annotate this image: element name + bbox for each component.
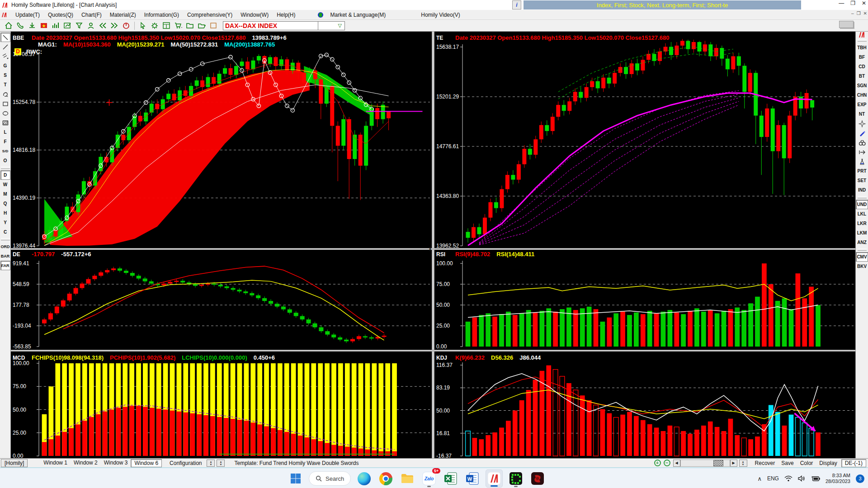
right-tool-cd[interactable]: CD	[856, 62, 868, 71]
gear-button[interactable]	[149, 21, 160, 31]
speaker-icon[interactable]	[798, 475, 806, 482]
excel-app[interactable]	[442, 469, 459, 488]
menu-item-homily-video[interactable]: Homily Video(V)	[417, 12, 464, 18]
spinner-3[interactable]: ▲▼	[739, 460, 747, 467]
chart-panel-mcd[interactable]: 100.0075.0050.0025.000.00FCHIPS(10)98.09…	[11, 353, 432, 458]
forward-button[interactable]	[109, 21, 120, 31]
menu-item-market-language[interactable]: Market & Language(M)	[326, 12, 390, 18]
period-q[interactable]: Q	[0, 199, 10, 208]
close-button[interactable]: ✕	[862, 0, 866, 6]
restore-button[interactable]: ❐	[850, 0, 855, 6]
scroll-left-button[interactable]: ◀	[673, 460, 680, 467]
minimize-button[interactable]: —	[839, 0, 844, 6]
homily-app[interactable]	[486, 469, 503, 488]
rect-tool[interactable]	[0, 99, 10, 108]
window-tab-window6[interactable]: Window 6	[131, 459, 162, 467]
spinner-1[interactable]: ▲▼	[207, 460, 215, 467]
scrollbar-thumb[interactable]	[713, 460, 723, 466]
power-button[interactable]	[121, 21, 132, 31]
period-y[interactable]: Y	[0, 218, 10, 227]
menu-item-helph[interactable]: Help(H)	[273, 12, 299, 18]
chart-panel-bbe[interactable]: 15706.3715254.7814816.1814390.1913976.44…	[11, 33, 432, 248]
tool-sd[interactable]: S/D	[0, 146, 10, 156]
tool-t[interactable]: T	[0, 80, 10, 89]
period-w[interactable]: W	[0, 180, 10, 189]
chart-panel-te[interactable]: 15638.1715201.2914776.6114363.8013962.52…	[434, 33, 855, 248]
language-indicator[interactable]: ENG	[767, 475, 779, 482]
menu-item-comprehensivey[interactable]: Comprehensive(Y)	[183, 12, 236, 18]
right-tool-sgn[interactable]: SGN	[856, 81, 868, 90]
connect-button[interactable]	[15, 21, 26, 31]
window-tab-window3[interactable]: Window 3	[101, 459, 131, 467]
stamp-tool[interactable]	[0, 89, 10, 99]
notification-badge[interactable]: 3	[856, 474, 864, 483]
right-tool-bf[interactable]: BF	[856, 52, 868, 62]
configuration-button[interactable]: Configuration	[166, 460, 205, 467]
grid-window-button[interactable]	[161, 21, 172, 31]
cart-button[interactable]	[173, 21, 184, 31]
rewind-button[interactable]	[97, 21, 108, 31]
spinner-2[interactable]: ▲▼	[217, 460, 225, 467]
pointer-button[interactable]	[137, 21, 148, 31]
tool-g[interactable]: G	[0, 61, 10, 70]
right-tool-lkm[interactable]: LKM	[856, 228, 868, 238]
goto-button[interactable]	[856, 147, 868, 157]
taskbar-search[interactable]: Search	[309, 471, 351, 486]
tray-chevron-icon[interactable]: ∧	[757, 475, 762, 482]
filter-button[interactable]	[74, 21, 85, 31]
binoculars-button[interactable]	[856, 138, 868, 147]
period-m[interactable]: M	[0, 189, 10, 199]
scroll-right-button[interactable]: ▶	[730, 460, 737, 467]
folder-open-button[interactable]	[196, 21, 207, 31]
tool-s[interactable]: S	[0, 70, 10, 80]
chart-panel-kdj[interactable]: 116.3783.1950.0016.81-16.37K(9)66.232D56…	[434, 353, 855, 458]
menu-item-materialz[interactable]: Material(Z)	[106, 12, 140, 18]
mode-far[interactable]: FAR	[0, 261, 10, 270]
menu-item-quotesq[interactable]: Quotes(Q)	[44, 12, 77, 18]
right-tool-und[interactable]: UND	[856, 200, 868, 209]
color-button[interactable]: Color	[797, 460, 816, 467]
right-tool-anz[interactable]: ANZ	[856, 238, 868, 247]
mode-box[interactable]: DE-(-1)	[841, 459, 866, 467]
right-tool-cmv[interactable]: CMV	[856, 252, 868, 262]
mode-ord[interactable]: ORD	[0, 242, 10, 251]
right-tool-nt[interactable]: NT	[856, 109, 868, 119]
symbol-dropdown[interactable]: ▽	[318, 21, 345, 30]
horizontal-splitter-1[interactable]	[11, 248, 855, 250]
right-tool-exp[interactable]: EXP	[856, 100, 868, 109]
window-tab-window1[interactable]: Window 1	[40, 459, 71, 467]
trendline-down-tool[interactable]	[0, 33, 10, 42]
volume-chart-button[interactable]	[50, 21, 61, 31]
zalo-app[interactable]: Zalo5+	[420, 469, 438, 488]
save-button[interactable]: Save	[778, 460, 797, 467]
download-button[interactable]	[27, 21, 38, 31]
right-tool-prt[interactable]: PRT	[856, 166, 868, 176]
right-tool-chn[interactable]: CHN	[856, 90, 868, 100]
mdi-close-button[interactable]: ✕	[863, 11, 867, 16]
right-tool-set[interactable]: SET	[856, 176, 868, 185]
menu-item-chartf[interactable]: Chart(F)	[77, 12, 106, 18]
period-h[interactable]: H	[0, 208, 10, 218]
battery-icon[interactable]	[811, 476, 820, 482]
symbol-box[interactable]: DAX--DAX INDEX	[223, 21, 318, 30]
wifi-icon[interactable]	[784, 475, 793, 482]
chrome-app[interactable]	[377, 469, 394, 488]
blank-square-button[interactable]	[208, 21, 219, 31]
window-tab-window2[interactable]: Window 2	[71, 459, 101, 467]
chart-scrollbar[interactable]	[680, 460, 730, 467]
mdi-minimize-button[interactable]: –	[851, 11, 854, 16]
tool-l[interactable]: L	[0, 127, 10, 137]
ellipse-tool[interactable]	[0, 108, 10, 118]
flag-vietnam-button[interactable]	[38, 21, 49, 31]
mode-bar[interactable]: BAR	[0, 251, 10, 261]
start-button[interactable]	[287, 469, 304, 488]
red-app[interactable]	[529, 469, 546, 488]
clock[interactable]: 8:33 AM 28/03/2023	[826, 473, 850, 484]
right-tool-lkr[interactable]: LKR	[856, 219, 868, 228]
hatch-tool[interactable]	[0, 118, 10, 127]
zoom-out-button[interactable]: −	[664, 460, 670, 466]
home-button[interactable]	[3, 21, 14, 31]
tool-f[interactable]: F	[0, 137, 10, 146]
right-tool-ind[interactable]: IND	[856, 185, 868, 195]
flask-button[interactable]	[856, 157, 868, 166]
